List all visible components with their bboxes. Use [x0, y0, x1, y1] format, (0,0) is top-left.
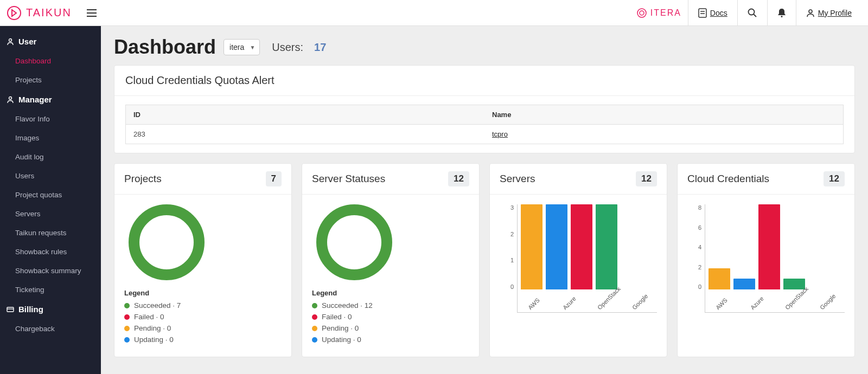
- cell-name[interactable]: tcpro: [484, 125, 844, 144]
- bar: [709, 268, 730, 289]
- sidebar-item-servers[interactable]: Servers: [0, 204, 101, 223]
- legend-row: Updating · 0: [124, 336, 282, 344]
- legend-label: Failed · 0: [134, 313, 164, 321]
- servers-card-title: Servers: [500, 173, 535, 185]
- credentials-card: Cloud Credentials 12 86420 AWSAzureOpenS…: [677, 163, 855, 357]
- bell-icon: [777, 8, 786, 18]
- legend-label: Failed · 0: [322, 313, 352, 321]
- bar: [758, 204, 780, 289]
- profile-button[interactable]: My Profile: [796, 0, 861, 26]
- search-icon: [748, 8, 757, 18]
- sidebar-section-label: Manager: [18, 95, 52, 104]
- sidebar-item-users[interactable]: Users: [0, 166, 101, 185]
- docs-label: Docs: [710, 9, 727, 17]
- sidebar-section-label: Billing: [18, 305, 43, 314]
- x-label: Google: [819, 288, 841, 311]
- y-tick: 0: [698, 283, 701, 290]
- sidebar-item-showback-rules[interactable]: Showback rules: [0, 242, 101, 261]
- org-select[interactable]: itera ▼: [224, 39, 260, 55]
- legend-dot: [312, 303, 317, 308]
- legend-dot: [124, 337, 130, 343]
- hamburger-icon: [87, 9, 97, 17]
- legend-dot: [312, 326, 317, 331]
- svg-point-9: [748, 9, 754, 15]
- y-tick: 0: [510, 283, 514, 290]
- sidebar-item-chargeback[interactable]: Chargeback: [0, 319, 101, 338]
- users-count: 17: [314, 41, 326, 54]
- sidebar-item-ticketing[interactable]: Ticketing: [0, 280, 101, 299]
- legend-row: Failed · 0: [312, 313, 469, 321]
- sidebar-item-projects[interactable]: Projects: [0, 70, 101, 89]
- svg-point-5: [640, 11, 644, 15]
- table-row: 283tcpro: [126, 125, 844, 144]
- sidebar-item-taikun-requests[interactable]: Taikun requests: [0, 223, 101, 242]
- sidebar: User DashboardProjects Manager Flavor In…: [0, 26, 101, 374]
- org-brand[interactable]: ITERA: [636, 8, 681, 18]
- legend-label: Succeeded · 12: [322, 301, 373, 309]
- svg-line-10: [754, 14, 756, 17]
- legend-title: Legend: [124, 289, 282, 297]
- sidebar-item-images[interactable]: Images: [0, 128, 101, 147]
- servers-bar-chart: 3210 AWSAzureOpenStackGoogle: [500, 204, 657, 313]
- logo-icon: [7, 5, 22, 21]
- docs-button[interactable]: Docs: [688, 0, 737, 26]
- y-tick: 1: [510, 257, 514, 263]
- statuses-card: Server Statuses 12 Legend Succeeded · 12…: [302, 163, 480, 357]
- legend-row: Succeeded · 7: [124, 301, 282, 309]
- table-header-id: ID: [126, 105, 485, 125]
- search-button[interactable]: [737, 0, 767, 26]
- legend-dot: [124, 314, 130, 320]
- legend-row: Pending · 0: [124, 324, 282, 332]
- alert-card: Cloud Credentials Quotas Alert ID Name 2…: [114, 65, 855, 153]
- page-header: Dashboard itera ▼ Users: 17: [101, 26, 868, 65]
- org-select-value: itera: [229, 43, 244, 51]
- sidebar-item-showback-summary[interactable]: Showback summary: [0, 261, 101, 280]
- page-title: Dashboard: [114, 36, 216, 59]
- user-section-icon: [7, 38, 14, 46]
- svg-point-12: [809, 10, 812, 13]
- credentials-card-title: Cloud Credentials: [687, 173, 769, 185]
- profile-label: My Profile: [818, 9, 852, 17]
- doc-icon: [698, 8, 707, 18]
- logo[interactable]: TAIKUN: [7, 5, 72, 21]
- x-label: AWS: [714, 288, 737, 311]
- sidebar-section-label: User: [18, 37, 36, 46]
- x-label: AWS: [527, 288, 549, 311]
- stats-row: Projects 7 Legend Succeeded · 7Failed · …: [101, 163, 868, 370]
- bar: [521, 204, 542, 289]
- x-label: Azure: [749, 288, 771, 311]
- svg-point-14: [9, 96, 12, 99]
- x-label: OpenStack: [784, 288, 806, 311]
- alert-card-title: Cloud Credentials Quotas Alert: [114, 66, 854, 96]
- logo-text: TAIKUN: [26, 7, 72, 19]
- sidebar-item-flavor-info[interactable]: Flavor Info: [0, 109, 101, 128]
- menu-toggle[interactable]: [87, 9, 97, 17]
- servers-card-count: 12: [636, 171, 657, 186]
- servers-card: Servers 12 3210 AWSAzureOpenStackGoogle: [489, 163, 667, 357]
- projects-card-title: Projects: [124, 173, 162, 185]
- y-tick: 2: [510, 231, 514, 237]
- credentials-bar-chart: 86420 AWSAzureOpenStackGoogle: [687, 204, 845, 313]
- statuses-card-count: 12: [448, 171, 469, 186]
- sidebar-item-dashboard[interactable]: Dashboard: [0, 51, 101, 70]
- sidebar-section-user: User: [0, 31, 101, 51]
- notifications-button[interactable]: [767, 0, 796, 26]
- legend-label: Updating · 0: [322, 336, 361, 344]
- cell-id: 283: [126, 125, 485, 144]
- legend-title: Legend: [312, 289, 469, 297]
- legend-label: Pending · 0: [134, 324, 171, 332]
- svg-rect-15: [7, 307, 14, 312]
- y-tick: 4: [698, 244, 701, 250]
- x-label: Google: [631, 288, 653, 311]
- svg-rect-6: [699, 9, 706, 17]
- chevron-down-icon: ▼: [250, 44, 255, 50]
- topbar: TAIKUN ITERA Docs My Profile: [0, 0, 868, 26]
- legend-row: Succeeded · 12: [312, 301, 469, 309]
- sidebar-item-audit-log[interactable]: Audit log: [0, 147, 101, 166]
- y-tick: 3: [510, 204, 514, 211]
- legend-dot: [124, 326, 130, 331]
- main-content: Dashboard itera ▼ Users: 17 Cloud Creden…: [101, 26, 868, 374]
- alert-table: ID Name 283tcpro: [125, 105, 844, 144]
- sidebar-item-project-quotas[interactable]: Project quotas: [0, 185, 101, 204]
- table-header-name: Name: [484, 105, 844, 125]
